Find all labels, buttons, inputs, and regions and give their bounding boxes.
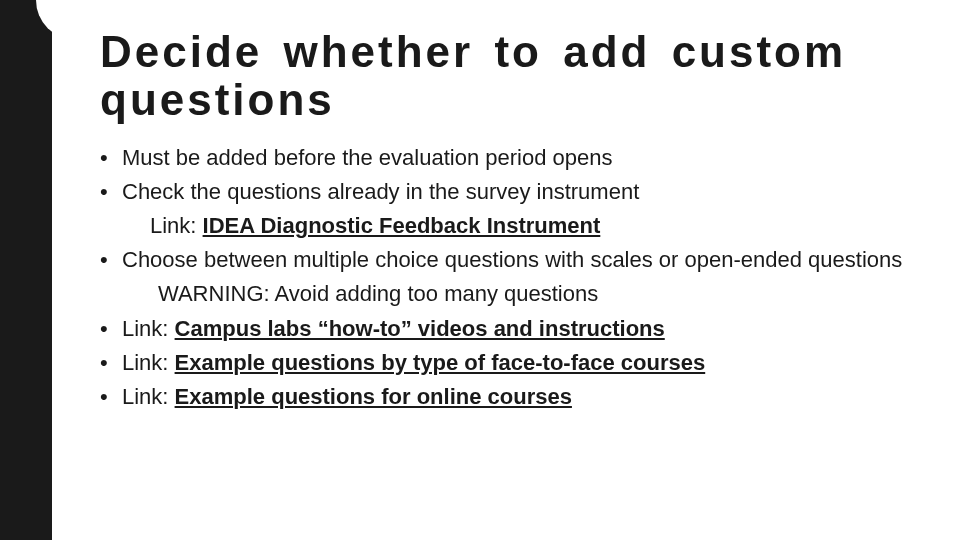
link-idea-feedback[interactable]: IDEA Diagnostic Feedback Instrument	[203, 213, 601, 238]
sub-line: Link: IDEA Diagnostic Feedback Instrumen…	[122, 209, 924, 243]
warning-line: WARNING: Avoid adding too many questions	[122, 281, 598, 306]
link-line: Link: Campus labs “how-to” videos and in…	[122, 316, 665, 341]
left-sidebar	[0, 0, 52, 540]
link-prefix: Link:	[150, 213, 203, 238]
bullet-item: Link: Example questions for online cours…	[100, 380, 924, 414]
content-area: Decide whether to add custom questions M…	[100, 28, 924, 414]
bullet-item: Must be added before the evaluation peri…	[100, 141, 924, 175]
page-title: Decide whether to add custom questions	[100, 28, 924, 123]
bullet-text: Check the questions already in the surve…	[122, 179, 639, 204]
bullet-item: Check the questions already in the surve…	[100, 175, 924, 243]
link-line: Link: Example questions by type of face-…	[122, 350, 705, 375]
bullet-text: Choose between multiple choice questions…	[122, 247, 902, 272]
bullet-item: Choose between multiple choice questions…	[100, 243, 924, 311]
link-prefix: Link:	[122, 316, 175, 341]
link-example-online[interactable]: Example questions for online courses	[175, 384, 572, 409]
slide: Decide whether to add custom questions M…	[0, 0, 960, 540]
bullet-text: Must be added before the evaluation peri…	[122, 145, 612, 170]
link-prefix: Link:	[122, 384, 175, 409]
bullet-list: Must be added before the evaluation peri…	[100, 141, 924, 414]
link-line: Link: Example questions for online cours…	[122, 384, 572, 409]
bullet-item: Link: Campus labs “how-to” videos and in…	[100, 312, 924, 346]
link-prefix: Link:	[122, 350, 175, 375]
bullet-item: Link: Example questions by type of face-…	[100, 346, 924, 380]
link-campus-labs[interactable]: Campus labs “how-to” videos and instruct…	[175, 316, 665, 341]
link-example-f2f[interactable]: Example questions by type of face-to-fac…	[175, 350, 706, 375]
